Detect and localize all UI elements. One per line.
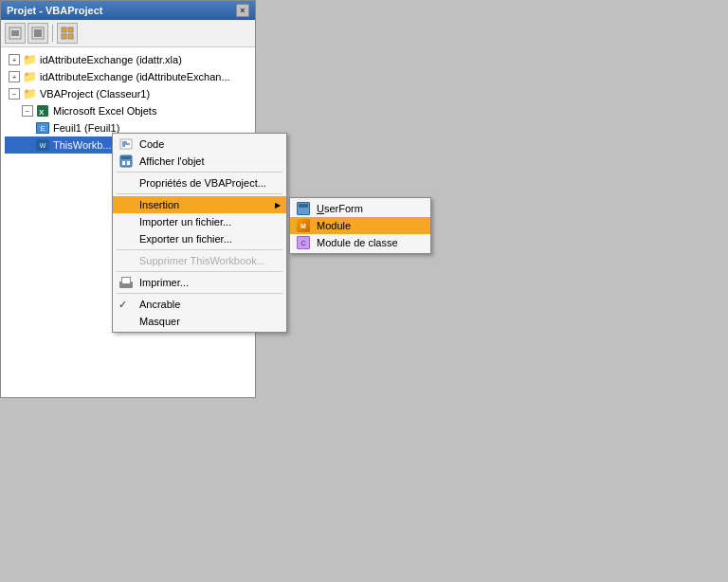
svg-rect-11 [62, 34, 66, 39]
submenu-label-module-classe: Module de classe [317, 237, 398, 248]
tree-label-idattr: idAttributeExchange (idattr.xla) [40, 54, 182, 65]
menu-sep-4 [117, 271, 282, 272]
menu-label-supprimer: Supprimer ThisWorkbook... [139, 255, 265, 266]
toolbar [1, 20, 255, 47]
menu-label-code: Code [139, 138, 164, 150]
window-title: Projet - VBAProject [7, 5, 102, 16]
expand-vbaproject[interactable]: − [9, 88, 20, 100]
sheet-icon-feuil1: E [35, 120, 50, 136]
check-mark-ancrable: ✓ [118, 299, 127, 311]
svg-rect-12 [68, 34, 73, 39]
expand-msexcelobjets[interactable]: − [22, 105, 33, 117]
toolbar-btn-2[interactable] [27, 23, 48, 44]
svg-rect-20 [121, 156, 131, 159]
menu-item-insertion[interactable]: Insertion ▶ [113, 196, 286, 213]
expand-idattrxchan[interactable]: + [9, 71, 20, 82]
menu-label-exporter: Exporter un fichier... [139, 233, 232, 245]
submenu-arrow-insertion: ▶ [275, 201, 281, 209]
tree-label-msexcelobjets: Microsoft Excel Objets [53, 105, 156, 117]
code-icon [117, 136, 136, 153]
svg-text:X: X [39, 108, 45, 117]
folder-icon-vbaproject: 📁 [22, 86, 37, 101]
toolbar-divider [52, 25, 53, 42]
sheet-icon-thisworkbook: W [35, 137, 50, 153]
module-icon: M [294, 217, 313, 234]
submenu-item-module-classe[interactable]: C Module de classe [290, 234, 430, 251]
svg-rect-10 [68, 27, 73, 32]
printer-icon [117, 274, 136, 291]
title-bar: Projet - VBAProject × [1, 1, 255, 20]
right-panel [256, 0, 728, 582]
toolbar-btn-1[interactable] [5, 23, 26, 44]
svg-rect-22 [127, 161, 130, 165]
submenu-item-module[interactable]: M Module [290, 217, 430, 234]
menu-sep-5 [117, 293, 282, 294]
menu-item-proprietes[interactable]: Propriétés de VBAProject... [113, 174, 286, 191]
tree-item-idattr[interactable]: + 📁 idAttributeExchange (idattr.xla) [5, 51, 251, 68]
svg-rect-21 [122, 161, 125, 165]
menu-item-ancrable[interactable]: ✓ Ancrable [113, 296, 286, 313]
tree-item-idattrxchan[interactable]: + 📁 idAttributeExchange (idAttributeExch… [5, 68, 251, 85]
submenu-label-module: Module [317, 220, 351, 231]
classmod-icon: C [294, 234, 313, 251]
menu-item-importer[interactable]: Importer un fichier... [113, 213, 286, 230]
tree-item-msexcelobjets[interactable]: − X Microsoft Excel Objets [5, 102, 251, 119]
excel-icon-msexcelobjets: X [35, 103, 50, 118]
menu-label-imprimer: Imprimer... [139, 277, 189, 288]
menu-item-afficher[interactable]: Afficher l'objet [113, 153, 286, 170]
menu-label-importer: Importer un fichier... [139, 216, 231, 227]
menu-label-masquer: Masquer [139, 316, 180, 327]
submenu-label-userform: UserForm [317, 203, 363, 214]
close-button[interactable]: × [236, 4, 249, 17]
menu-item-imprimer[interactable]: Imprimer... [113, 274, 286, 291]
submenu-insertion: UserForm M Module C Module de classe [289, 197, 431, 254]
menu-sep-3 [117, 249, 282, 250]
submenu-item-userform[interactable]: UserForm [290, 200, 430, 217]
context-menu: Code Afficher l'objet Propriétés de VBAP… [112, 133, 287, 333]
menu-label-proprietes: Propriétés de VBAProject... [139, 177, 266, 189]
menu-item-supprimer: Supprimer ThisWorkbook... [113, 252, 286, 269]
menu-label-insertion: Insertion [139, 199, 179, 210]
menu-label-ancrable: Ancrable [139, 299, 180, 310]
tree-label-thisworkbook: ThisWorkb... [53, 139, 112, 151]
menu-sep-1 [117, 172, 282, 173]
folder-icon-idattrxchan: 📁 [22, 69, 37, 84]
menu-item-exporter[interactable]: Exporter un fichier... [113, 230, 286, 247]
folder-icon-idattr: 📁 [22, 52, 37, 67]
afficher-icon [117, 153, 136, 170]
menu-sep-2 [117, 193, 282, 194]
expand-idattr[interactable]: + [9, 54, 20, 65]
userform-icon [294, 200, 313, 217]
toolbar-btn-3[interactable] [57, 23, 78, 44]
menu-item-masquer[interactable]: Masquer [113, 313, 286, 330]
svg-rect-4 [32, 27, 44, 39]
menu-label-afficher: Afficher l'objet [139, 155, 205, 167]
tree-label-vbaproject: VBAProject (Classeur1) [40, 88, 150, 100]
tree-item-vbaproject[interactable]: − 📁 VBAProject (Classeur1) [5, 85, 251, 102]
menu-item-code[interactable]: Code [113, 136, 286, 153]
tree-label-idattrxchan: idAttributeExchange (idAttributeExchan..… [40, 71, 230, 82]
tree-label-feuil1: Feuil1 (Feuil1) [53, 122, 119, 134]
svg-rect-9 [62, 27, 66, 32]
